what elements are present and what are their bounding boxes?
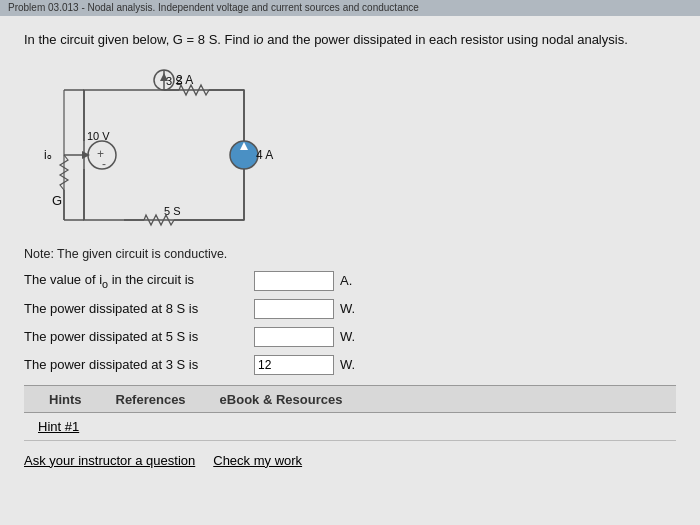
question-1-label: The value of io in the circuit is [24, 272, 254, 290]
question-2-label: The power dissipated at 8 S is [24, 301, 254, 316]
question-4-unit: W. [340, 357, 355, 372]
current-source-right-label: 4 A [256, 148, 273, 162]
resistor-3s-label: 3 S [166, 75, 183, 87]
statement-part1: In the circuit given below, G = 8 S. Fin… [24, 32, 256, 47]
question-2-row: The power dissipated at 8 S is W. [24, 299, 676, 319]
tab-hints[interactable]: Hints [34, 386, 97, 412]
circuit-diagram: 2 A 10 V + - iₒ G [24, 60, 304, 235]
question-1-row: The value of io in the circuit is A. [24, 271, 676, 291]
header-text: Problem 03.013 - Nodal analysis. Indepen… [8, 2, 419, 13]
circuit-svg: 2 A 10 V + - iₒ G [24, 60, 304, 235]
voltage-label: 10 V [87, 130, 110, 142]
question-4-label: The power dissipated at 3 S is [24, 357, 254, 372]
question-4-input[interactable] [254, 355, 334, 375]
page: Problem 03.013 - Nodal analysis. Indepen… [0, 0, 700, 525]
statement-part2: and the power dissipated in each resisto… [264, 32, 628, 47]
tab-ebook[interactable]: eBook & Resources [205, 386, 358, 412]
question-1-unit: A. [340, 273, 352, 288]
subscript-io: o [256, 32, 263, 47]
tabs-bar: Hints References eBook & Resources [24, 385, 676, 413]
bottom-links: Ask your instructor a question Check my … [24, 449, 676, 468]
conductance-label: G [52, 193, 62, 208]
question-3-row: The power dissipated at 5 S is W. [24, 327, 676, 347]
question-4-row: The power dissipated at 3 S is W. [24, 355, 676, 375]
svg-text:iₒ: iₒ [44, 148, 52, 162]
svg-rect-0 [84, 90, 244, 220]
svg-text:-: - [102, 157, 106, 171]
question-2-unit: W. [340, 301, 355, 316]
hint-1-link[interactable]: Hint #1 [38, 419, 79, 434]
question-2-input[interactable] [254, 299, 334, 319]
check-work-link[interactable]: Check my work [213, 453, 302, 468]
tab-content: Hint #1 [24, 413, 676, 441]
tab-references[interactable]: References [101, 386, 201, 412]
note-text: Note: The given circuit is conductive. [24, 247, 676, 261]
ask-instructor-link[interactable]: Ask your instructor a question [24, 453, 195, 468]
qa-section: The value of io in the circuit is A. The… [24, 271, 676, 375]
problem-statement: In the circuit given below, G = 8 S. Fin… [24, 30, 676, 50]
main-content: In the circuit given below, G = 8 S. Fin… [0, 16, 700, 478]
question-3-input[interactable] [254, 327, 334, 347]
question-1-input[interactable] [254, 271, 334, 291]
header-bar: Problem 03.013 - Nodal analysis. Indepen… [0, 0, 700, 16]
question-3-unit: W. [340, 329, 355, 344]
question-3-label: The power dissipated at 5 S is [24, 329, 254, 344]
